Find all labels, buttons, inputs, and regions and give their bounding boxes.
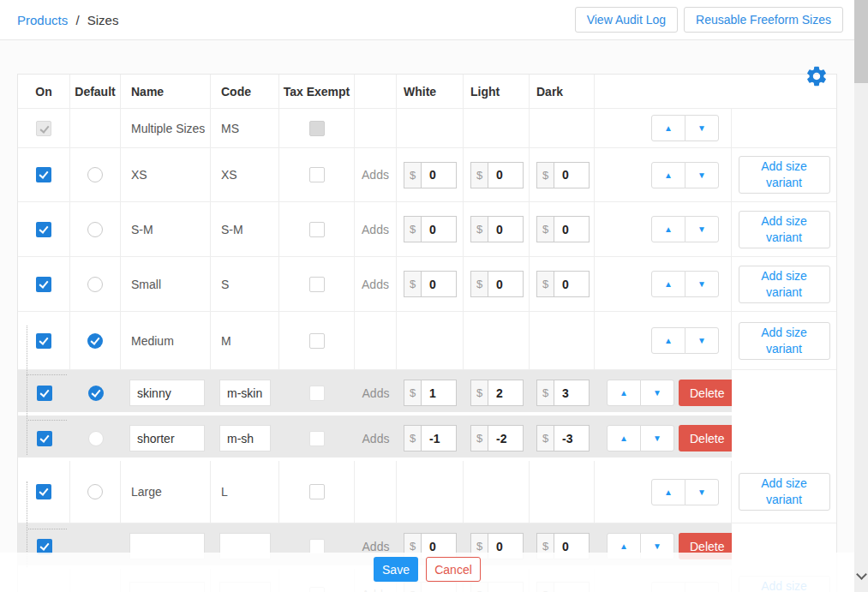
variant-name-input[interactable]: [129, 380, 205, 406]
move-up-button[interactable]: ▲: [651, 271, 685, 297]
breadcrumb-products-link[interactable]: Products: [17, 13, 68, 27]
price-white-input[interactable]: [422, 380, 457, 406]
price-dark-input[interactable]: [554, 216, 590, 242]
on-checkbox[interactable]: [36, 277, 51, 292]
move-down-button[interactable]: ▼: [685, 162, 719, 188]
add-size-variant-label: variant: [739, 230, 829, 246]
currency-label: $: [404, 425, 422, 451]
reorder-buttons: ▲ ▼: [651, 479, 719, 505]
price-white-input[interactable]: [422, 216, 457, 242]
price-white-input[interactable]: [422, 271, 457, 297]
move-up-button[interactable]: ▲: [651, 162, 685, 188]
on-checkbox[interactable]: [36, 167, 51, 182]
price-dark-input[interactable]: [554, 271, 590, 297]
scrollbar[interactable]: [854, 0, 868, 592]
add-size-variant-label: Add size: [739, 475, 829, 492]
price-white-group: $: [404, 162, 457, 188]
header-white: White: [397, 75, 464, 108]
tax-exempt-checkbox[interactable]: [309, 277, 325, 292]
tax-exempt-checkbox[interactable]: [309, 167, 325, 182]
header-actions: [595, 75, 836, 108]
tax-exempt-checkbox[interactable]: [309, 121, 325, 136]
scrollbar-thumb[interactable]: [854, 0, 868, 83]
delete-button[interactable]: Delete: [679, 425, 735, 451]
add-size-variant-button[interactable]: Add sizevariant: [739, 473, 830, 511]
default-radio[interactable]: [87, 333, 103, 349]
reusable-freeform-sizes-button[interactable]: Reusable Freeform Sizes: [684, 7, 843, 33]
save-button[interactable]: Save: [374, 557, 418, 582]
on-checkbox[interactable]: [36, 121, 51, 136]
currency-label: $: [470, 380, 488, 406]
on-checkbox[interactable]: [36, 484, 51, 499]
move-up-button[interactable]: ▲: [607, 380, 641, 406]
add-size-variant-button[interactable]: Add sizevariant: [739, 322, 830, 360]
price-light-input[interactable]: [488, 271, 524, 297]
default-radio[interactable]: [87, 484, 103, 499]
price-light-input[interactable]: [488, 216, 524, 242]
tax-exempt-checkbox[interactable]: [309, 386, 325, 401]
delete-button[interactable]: Delete: [679, 380, 735, 406]
move-up-button[interactable]: ▲: [651, 216, 685, 242]
top-bar: Products / Sizes View Audit Log Reusable…: [0, 0, 854, 40]
default-radio[interactable]: [87, 222, 103, 237]
price-white-input[interactable]: [422, 162, 457, 188]
reorder-buttons: ▲ ▼: [651, 162, 719, 188]
size-name: Multiple Sizes: [131, 122, 205, 135]
tax-exempt-checkbox[interactable]: [309, 333, 325, 349]
tax-exempt-checkbox[interactable]: [309, 539, 325, 554]
on-checkbox[interactable]: [36, 333, 51, 349]
reorder-buttons: ▲ ▼: [607, 380, 674, 406]
price-dark-input[interactable]: [554, 425, 590, 451]
variant-group-connector-stub: [27, 529, 67, 529]
on-checkbox[interactable]: [37, 431, 52, 446]
default-radio[interactable]: [88, 431, 104, 446]
view-audit-log-button[interactable]: View Audit Log: [575, 7, 678, 33]
move-up-button[interactable]: ▲: [651, 479, 685, 505]
price-light-input[interactable]: [488, 162, 524, 188]
price-light-input[interactable]: [488, 380, 524, 406]
variant-name-input[interactable]: [129, 425, 205, 451]
price-dark-input[interactable]: [554, 162, 590, 188]
price-dark-group: $: [536, 162, 590, 188]
tax-exempt-checkbox[interactable]: [309, 484, 325, 499]
on-checkbox[interactable]: [37, 539, 52, 554]
add-size-variant-button[interactable]: Add sizevariant: [739, 156, 830, 194]
move-down-button[interactable]: ▼: [685, 271, 719, 297]
move-down-button[interactable]: ▼: [685, 479, 719, 505]
move-up-button[interactable]: ▲: [607, 425, 641, 451]
currency-label: $: [404, 380, 422, 406]
cancel-button[interactable]: Cancel: [426, 557, 481, 582]
move-down-button[interactable]: ▼: [640, 425, 674, 451]
move-down-button[interactable]: ▼: [685, 327, 719, 354]
scroll-down-arrow-icon[interactable]: [856, 569, 867, 580]
table-header-row: On Default Name Code Tax Exempt White Li…: [18, 75, 836, 109]
variant-code-input[interactable]: [219, 380, 271, 406]
default-radio[interactable]: [88, 386, 104, 401]
variant-code-input[interactable]: [219, 425, 271, 451]
move-down-button[interactable]: ▼: [685, 115, 719, 141]
size-name: Large: [131, 485, 162, 499]
price-light-input[interactable]: [488, 425, 524, 451]
reorder-buttons: ▲ ▼: [651, 271, 719, 297]
on-checkbox[interactable]: [37, 386, 52, 401]
price-dark-input[interactable]: [554, 380, 590, 406]
add-size-variant-button[interactable]: Add sizevariant: [739, 211, 830, 248]
default-radio[interactable]: [87, 277, 103, 292]
move-up-button[interactable]: ▲: [651, 115, 685, 141]
tax-exempt-checkbox[interactable]: [309, 431, 325, 446]
reorder-buttons: ▲ ▼: [651, 216, 719, 242]
move-up-button[interactable]: ▲: [651, 327, 685, 354]
on-checkbox[interactable]: [36, 222, 51, 237]
settings-gear-icon[interactable]: [805, 64, 829, 88]
move-down-button[interactable]: ▼: [685, 216, 719, 242]
price-light-group: $: [470, 380, 524, 406]
tax-exempt-checkbox[interactable]: [309, 222, 325, 237]
price-white-input[interactable]: [422, 425, 457, 451]
size-code: S: [221, 278, 229, 291]
header-tax-exempt: Tax Exempt: [279, 75, 355, 108]
add-size-variant-button[interactable]: Add sizevariant: [739, 266, 830, 303]
move-down-button[interactable]: ▼: [640, 380, 674, 406]
default-radio[interactable]: [87, 167, 103, 182]
header-on: On: [18, 75, 70, 108]
variant-group-connector: [27, 326, 27, 455]
